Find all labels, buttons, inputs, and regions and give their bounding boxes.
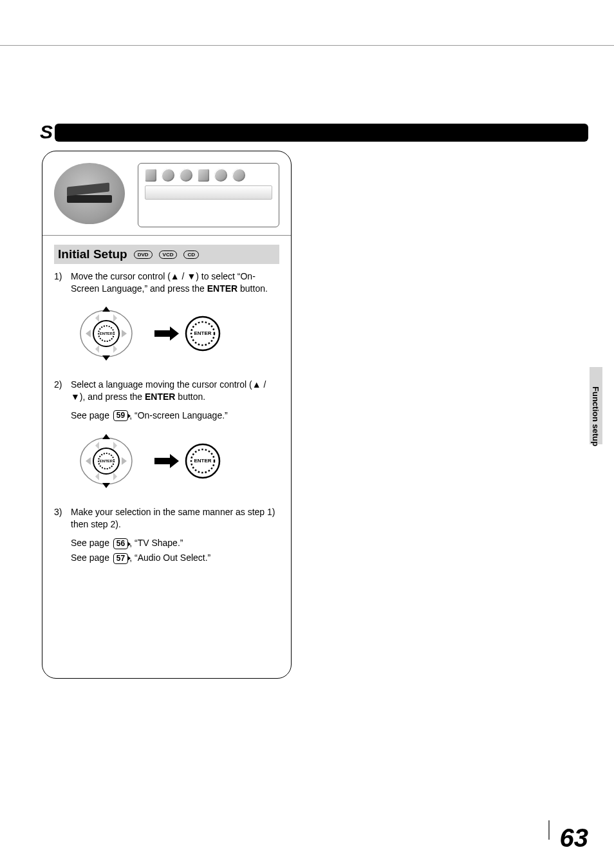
down-glyph: ▼ [187,271,196,281]
svg-marker-8 [95,314,99,322]
arrow-right-icon [154,330,171,337]
header-rule [0,45,614,46]
step-3-ref-2: See page 57, “Audio Out Select.” [71,552,279,564]
step-text: Select a language moving the cursor cont… [71,379,279,403]
osd-icon-row [145,169,272,182]
svg-marker-10 [95,345,99,353]
svg-marker-6 [102,307,110,312]
osd-highlight-bar [145,185,272,200]
up-glyph: ▲ [252,379,261,390]
svg-marker-20 [102,434,110,439]
side-section-label: Function setup [591,386,600,446]
diagram-step-1: ENTER ENTER [71,301,279,366]
enter-button-icon: ENTER [184,315,221,352]
svg-marker-5 [122,330,127,337]
tv-screen-illustration [138,163,279,227]
content-panel: Initial Setup DVD VCD CD 1) Move the cur… [42,151,292,679]
step-3-ref-1: See page 56, “TV Shape.” [71,537,279,549]
step-3: 3) Make your selection in the same manne… [54,506,279,531]
title-bar [55,124,588,142]
svg-marker-18 [86,457,91,465]
down-glyph: ▼ [71,392,80,402]
figure-row [42,151,291,235]
disc-badge-vcd: VCD [159,250,178,259]
step-text: Make your selection in the same manner a… [71,506,279,531]
player-illustration [54,163,125,224]
svg-text:ENTER: ENTER [100,459,113,463]
page-ref-57: 57 [113,553,128,564]
enter-word: ENTER [207,283,237,294]
svg-marker-9 [113,314,117,322]
page-ref-59: 59 [113,410,128,421]
enter-word: ENTER [145,392,175,402]
svg-marker-7 [102,355,110,361]
svg-marker-24 [95,473,99,480]
dvd-player-icon [67,185,112,203]
osd-icon [162,169,174,182]
svg-marker-11 [113,345,117,353]
step-2-ref: See page 59, “On-screen Language.” [71,410,279,422]
step-2: 2) Select a language moving the cursor c… [54,379,279,403]
svg-marker-4 [86,330,91,337]
osd-icon [180,169,192,182]
osd-icon [198,169,209,182]
step-text: Move the cursor control (▲ / ▼) to selec… [71,270,279,295]
disc-badge-cd: CD [183,250,199,259]
title-initial: S [40,121,53,143]
diagram-step-2: ENTER ENTER [71,429,279,493]
page-rule [548,820,550,840]
section-heading: Initial Setup DVD VCD CD [54,245,279,264]
step-number: 1) [54,270,66,295]
up-glyph: ▲ [171,271,180,281]
svg-marker-23 [113,442,117,449]
cursor-pad-icon: ENTER [71,429,142,493]
svg-marker-22 [95,442,99,449]
step-number: 3) [54,506,66,531]
page-ref-56: 56 [113,538,128,549]
step-number: 2) [54,379,66,403]
svg-marker-19 [122,457,127,465]
page-number: 63 [560,824,589,853]
osd-icon [145,169,156,182]
osd-icon [232,169,245,182]
svg-marker-21 [102,483,110,488]
svg-marker-25 [113,473,117,480]
osd-icon [214,169,227,182]
arrow-right-icon [154,458,171,464]
divider [42,235,291,236]
enter-label: ENTER [194,458,211,465]
enter-button-icon: ENTER [184,442,221,480]
enter-label: ENTER [194,330,211,337]
svg-text:ENTER: ENTER [100,332,113,335]
disc-badge-dvd: DVD [134,250,153,259]
cursor-pad-icon: ENTER [71,301,142,366]
steps: 1) Move the cursor control (▲ / ▼) to se… [42,270,291,564]
step-1: 1) Move the cursor control (▲ / ▼) to se… [54,270,279,295]
section-title: Initial Setup [58,247,127,261]
